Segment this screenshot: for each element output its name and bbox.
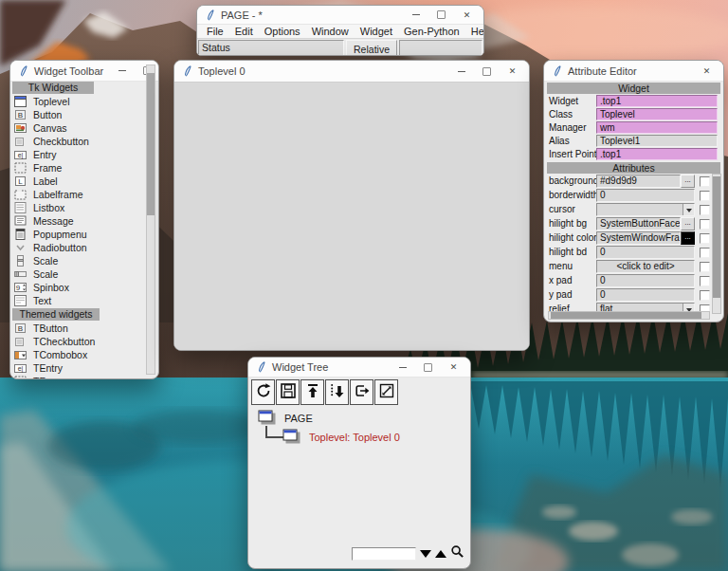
resize-button[interactable] (374, 379, 398, 405)
field-value[interactable]: 0 (596, 274, 695, 287)
menu-edit[interactable]: Edit (229, 26, 259, 37)
maximize-button[interactable] (428, 6, 454, 24)
toolbar-item-label[interactable]: LLabel (10, 175, 158, 188)
button-icon: B (14, 322, 27, 334)
close-button[interactable] (441, 358, 466, 377)
frame-icon (14, 376, 27, 378)
field-value[interactable]: <click to edit> (596, 260, 695, 273)
toolbar-item-entry[interactable]: e|Entry (10, 148, 158, 161)
field-value[interactable]: SystemWindowFrame (596, 231, 681, 245)
attribute-checkbox[interactable] (700, 191, 710, 201)
export-button[interactable] (350, 379, 373, 405)
close-button[interactable] (454, 6, 480, 24)
field-value[interactable]: 0 (596, 189, 695, 202)
field-value[interactable]: wm (596, 121, 718, 134)
save-button[interactable] (276, 379, 300, 405)
tree-connector (265, 426, 284, 438)
widget-toolbar-scrollbar[interactable] (146, 64, 155, 375)
attribute-checkbox[interactable] (700, 262, 710, 272)
menu-window[interactable]: Window (306, 26, 355, 37)
toolbar-item-tframe[interactable]: TFrame (10, 375, 158, 378)
toolbar-item-listbox[interactable]: Listbox (10, 201, 158, 214)
scrollbar-thumb[interactable] (147, 73, 155, 215)
search-down-icon[interactable] (420, 550, 431, 558)
attribute-editor-titlebar[interactable]: Attribute Editor (544, 61, 723, 82)
minimize-button[interactable] (448, 61, 474, 82)
menu-widget[interactable]: Widget (355, 26, 398, 37)
minimize-button[interactable] (109, 61, 135, 81)
listbox-icon (14, 202, 27, 213)
toolbar-item-tbutton[interactable]: BTButton (10, 322, 158, 335)
relative-button[interactable]: Relative (346, 40, 397, 56)
minimize-button[interactable] (390, 358, 415, 377)
magnifier-icon[interactable] (450, 544, 464, 562)
close-button[interactable] (694, 61, 719, 81)
toplevel-canvas[interactable] (174, 82, 529, 350)
close-button[interactable] (500, 61, 525, 82)
toolbar-item-scale[interactable]: Scale (10, 254, 158, 267)
toolbar-item-tentry[interactable]: e|TEntry (10, 361, 158, 375)
refresh-button[interactable] (251, 379, 275, 405)
toolbar-item-message[interactable]: Message (10, 214, 158, 228)
toplevel-titlebar[interactable]: Toplevel 0 (174, 61, 529, 83)
field-value[interactable]: 0 (596, 246, 695, 259)
scrollbar-thumb[interactable] (713, 176, 720, 298)
toolbar-item-tcombobox[interactable]: TCombobox (10, 348, 158, 361)
minimize-button[interactable] (403, 6, 428, 24)
ellipsis-button[interactable]: ... (681, 217, 695, 230)
attribute-checkbox[interactable] (700, 176, 710, 187)
toolbar-item-scale[interactable]: Scale (10, 267, 158, 281)
attribute-checkbox[interactable] (700, 205, 710, 215)
field-value[interactable]: .top1 (596, 95, 718, 107)
menu-help[interactable]: Help (465, 26, 484, 37)
toolbar-item-label: Listbox (33, 202, 64, 213)
menu-gen-python[interactable]: Gen-Python (398, 26, 465, 37)
toolbar-item-checkbutton[interactable]: Checkbutton (10, 135, 158, 148)
attribute-editor-vscrollbar[interactable] (712, 174, 721, 314)
field-value[interactable]: 0 (596, 288, 695, 302)
widget-tree-titlebar[interactable]: Widget Tree (248, 358, 470, 378)
collapse-button[interactable] (300, 379, 324, 405)
attribute-checkbox[interactable] (700, 276, 710, 286)
field-value[interactable]: #d9d9d9 (596, 175, 681, 188)
ellipsis-button[interactable]: ... (681, 175, 695, 188)
field-value[interactable]: .top1 (596, 148, 718, 160)
toolbar-item-tcheckbutton[interactable]: TCheckbutton (10, 335, 158, 348)
toolbar-item-radiobutton[interactable]: Radiobutton (10, 241, 158, 254)
toolbar-item-canvas[interactable]: Canvas (10, 121, 158, 135)
maximize-button[interactable] (474, 61, 500, 82)
menu-options[interactable]: Options (259, 26, 306, 37)
attribute-checkbox[interactable] (700, 233, 710, 244)
attribute-checkbox[interactable] (700, 248, 710, 258)
toolbar-item-frame[interactable]: Frame (10, 161, 158, 175)
attribute-checkbox[interactable] (700, 290, 710, 301)
search-up-icon[interactable] (435, 550, 446, 558)
field-value[interactable]: Toplevel1 (596, 135, 718, 147)
maximize-button[interactable] (415, 358, 441, 377)
tree-node-root[interactable]: PAGE (284, 413, 313, 424)
attribute-editor-hscrollbar[interactable] (548, 311, 710, 320)
field-value[interactable]: Toplevel (596, 108, 718, 120)
ellipsis-button[interactable]: ... (681, 231, 695, 245)
dropdown-arrow-icon[interactable] (682, 204, 694, 215)
toolbar-item-button[interactable]: BButton (10, 108, 158, 121)
field-value[interactable]: SystemButtonFace (596, 217, 681, 230)
tree-search-input[interactable] (352, 547, 416, 561)
toolbar-item-labelframe[interactable]: Labelframe (10, 188, 158, 201)
toolbar-item-label: TButton (33, 322, 68, 334)
widget-toolbar-body: Tk WidgetsToplevelBButtonCanvasCheckbutt… (10, 81, 158, 378)
menu-file[interactable]: File (201, 26, 229, 37)
tree-node-toplevel[interactable]: Toplevel: Toplevel 0 (309, 432, 400, 443)
attribute-checkbox[interactable] (700, 219, 710, 230)
page-titlebar[interactable]: PAGE - * (197, 6, 483, 25)
field-value[interactable] (596, 203, 695, 216)
field-wrap (596, 203, 695, 216)
widget-toolbar-titlebar[interactable]: Widget Toolbar (10, 61, 158, 82)
tree-search-bar (352, 544, 464, 562)
toolbar-item-toplevel[interactable]: Toplevel (10, 95, 158, 108)
expand-button[interactable] (325, 379, 349, 405)
toolbar-item-text[interactable]: Text (10, 294, 158, 307)
toolbar-item-popupmenu[interactable]: Popupmenu (10, 228, 158, 241)
toolbar-item-spinbox[interactable]: 9Spinbox (10, 281, 158, 294)
scrollbar-thumb[interactable] (551, 312, 701, 319)
